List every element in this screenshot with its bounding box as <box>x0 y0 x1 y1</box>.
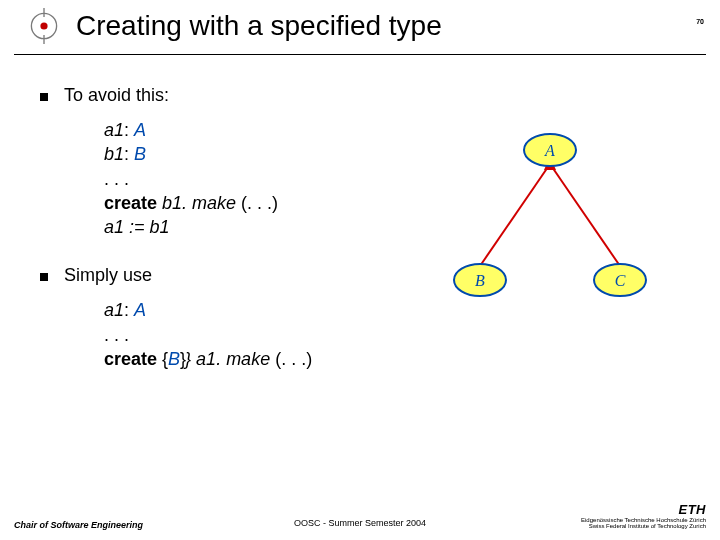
svg-line-5 <box>550 164 620 266</box>
code-punct: (. . .) <box>241 193 278 213</box>
eth-subtitle: Swiss Federal Institute of Technology Zu… <box>581 523 706 530</box>
node-label-a: A <box>544 142 555 159</box>
footer-center: OOSC - Summer Semester 2004 <box>294 518 426 528</box>
node-label-b: B <box>475 272 485 289</box>
code-ident: } a1. make <box>185 349 275 369</box>
node-label-c: C <box>615 272 626 289</box>
square-bullet-icon <box>40 93 48 101</box>
slide-footer: Chair of Software Engineering OOSC - Sum… <box>0 496 720 540</box>
code-type: A <box>134 120 146 140</box>
code-type: A <box>134 300 146 320</box>
footer-left: Chair of Software Engineering <box>14 520 143 530</box>
code-punct: : <box>124 120 134 140</box>
bullet-logo-icon <box>26 8 62 44</box>
code-punct: : <box>124 144 134 164</box>
bullet-item: To avoid this: <box>40 85 680 106</box>
square-bullet-icon <box>40 273 48 281</box>
eth-logo: ETH <box>581 502 706 517</box>
code-punct: { <box>157 349 168 369</box>
bullet-text: To avoid this: <box>64 85 169 106</box>
class-hierarchy-diagram: A B C <box>440 130 660 310</box>
code-ident: a1 <box>104 120 124 140</box>
code-keyword: create <box>104 349 157 369</box>
code-punct: (. . .) <box>275 349 312 369</box>
code-type: B <box>168 349 180 369</box>
code-type: B <box>134 144 146 164</box>
code-ident: b1 <box>104 144 124 164</box>
page-number: 70 <box>696 18 704 25</box>
svg-point-1 <box>40 22 47 29</box>
svg-line-4 <box>480 164 550 266</box>
code-punct: : <box>124 300 134 320</box>
code-ident: b1. make <box>157 193 241 213</box>
code-line: create {B}} a1. make (. . .) <box>104 347 680 371</box>
eth-subtitle: Eidgenössische Technische Hochschule Zür… <box>581 517 706 524</box>
footer-right: ETH Eidgenössische Technische Hochschule… <box>581 502 706 530</box>
code-line: . . . <box>104 323 680 347</box>
slide-title: Creating with a specified type <box>76 10 442 42</box>
code-ident: a1 <box>104 300 124 320</box>
slide-header: Creating with a specified type <box>14 0 706 55</box>
bullet-text: Simply use <box>64 265 152 286</box>
code-keyword: create <box>104 193 157 213</box>
